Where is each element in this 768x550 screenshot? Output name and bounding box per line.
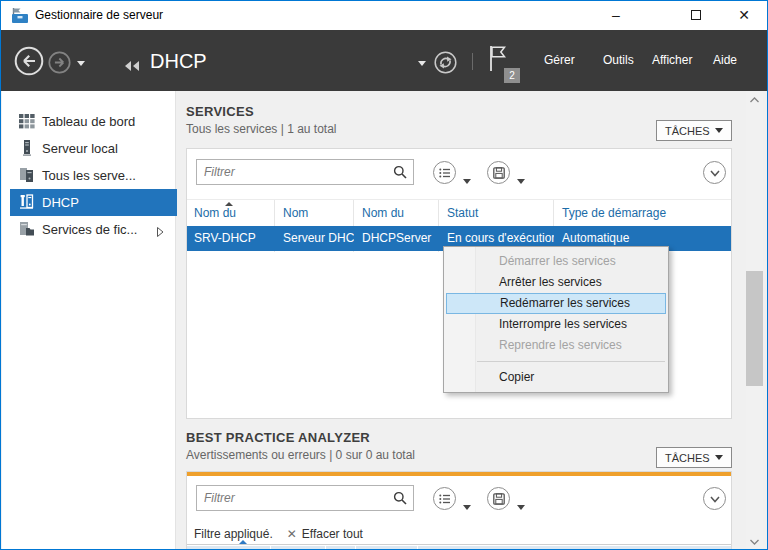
- save-query-button[interactable]: [487, 487, 510, 510]
- sidebar-item-label: Tous les serve...: [42, 168, 136, 183]
- scroll-up-button[interactable]: [746, 91, 763, 108]
- context-menu: Démarrer les services Arrêter les servic…: [443, 246, 669, 393]
- sidebar-item-dashboard[interactable]: Tableau de bord: [2, 108, 176, 135]
- chevron-down-icon: [715, 128, 723, 133]
- menu-item-reprendre: Reprendre les services: [444, 335, 668, 356]
- services-section-subtitle: Tous les services | 1 au total: [186, 122, 337, 136]
- expand-arrow-icon[interactable]: [157, 225, 164, 240]
- filter-applied-label: Filtre appliqué.: [194, 527, 273, 541]
- local-server-icon: [19, 140, 36, 157]
- save-query-button[interactable]: [487, 161, 510, 184]
- file-services-icon: [19, 221, 36, 238]
- tasks-button-label: TÂCHES: [665, 125, 710, 137]
- list-view-button[interactable]: [433, 487, 456, 510]
- scrollbar-thumb[interactable]: [746, 271, 763, 386]
- sidebar-item-label: Serveur local: [42, 141, 118, 156]
- chevron-down-icon: [715, 455, 723, 460]
- chevron-down-icon: [708, 167, 722, 179]
- menu-aide[interactable]: Aide: [713, 30, 737, 91]
- bpa-section-subtitle: Avertissements ou erreurs | 0 sur 0 au t…: [186, 448, 415, 462]
- clear-filter-icon[interactable]: ✕: [287, 527, 297, 541]
- services-table-header: Nom du serveur Nom complet Nom du servic…: [187, 199, 731, 226]
- list-icon: [439, 167, 451, 179]
- server-manager-app-icon: [11, 7, 29, 28]
- bpa-section-title: BEST PRACTICE ANALYZER: [186, 430, 370, 445]
- menu-item-redemarrer[interactable]: Redémarrer les services: [446, 293, 666, 314]
- list-view-dropdown-icon[interactable]: [463, 496, 471, 514]
- scroll-down-button[interactable]: [746, 533, 763, 550]
- chevron-down-icon: [708, 493, 722, 505]
- cell-service-name: DHCPServer: [354, 226, 439, 251]
- sidebar: Tableau de bord Serveur local: [2, 91, 176, 550]
- menu-item-demarrer: Démarrer les services: [444, 251, 668, 272]
- close-button[interactable]: ✕: [723, 1, 765, 30]
- list-view-button[interactable]: [433, 161, 456, 184]
- list-icon: [439, 493, 451, 505]
- menu-afficher[interactable]: Afficher: [652, 30, 692, 91]
- dhcp-tools-icon: [19, 194, 36, 211]
- menu-separator: [477, 361, 665, 362]
- collapse-panel-button[interactable]: [703, 161, 726, 184]
- collapse-panel-button[interactable]: [703, 487, 726, 510]
- save-icon: [493, 167, 505, 179]
- breadcrumb-dropdown-icon[interactable]: [418, 61, 426, 66]
- services-tasks-button[interactable]: TÂCHES: [656, 120, 732, 141]
- sidebar-item-label: Services de fic...: [42, 222, 137, 237]
- menu-item-interrompre[interactable]: Interrompre les services: [444, 314, 668, 335]
- notification-count-badge[interactable]: 2: [504, 68, 520, 83]
- sidebar-item-label: Tableau de bord: [42, 114, 135, 129]
- sidebar-item-file-services[interactable]: Services de fic...: [2, 216, 176, 243]
- save-query-dropdown-icon[interactable]: [517, 496, 525, 514]
- toolbar-separator: [472, 53, 473, 70]
- sort-ascending-icon: [239, 540, 247, 544]
- tasks-button-label: TÂCHES: [665, 452, 710, 464]
- menu-item-arreter[interactable]: Arrêter les services: [444, 272, 668, 293]
- back-button[interactable]: [14, 46, 44, 80]
- clear-all-link[interactable]: Effacer tout: [302, 527, 363, 541]
- filter-applied-status: Filtre appliqué.✕Effacer tout: [194, 527, 363, 541]
- minimize-button[interactable]: –: [595, 1, 637, 30]
- forward-button[interactable]: [48, 51, 71, 78]
- services-section-title: SERVICES: [186, 104, 254, 119]
- sort-ascending-icon: [225, 202, 233, 206]
- breadcrumb[interactable]: DHCP: [150, 50, 207, 73]
- vertical-scrollbar[interactable]: [746, 91, 763, 550]
- cell-full-name: Serveur DHCP: [275, 226, 354, 251]
- bpa-tasks-button[interactable]: TÂCHES: [656, 447, 732, 468]
- bpa-panel: Filtre appliqué.✕Effacer tout: [186, 471, 732, 550]
- history-dropdown-icon[interactable]: [77, 61, 85, 66]
- warning-bar: [187, 472, 731, 476]
- maximize-button[interactable]: [675, 1, 717, 30]
- bpa-filter-input[interactable]: [196, 485, 414, 511]
- sidebar-item-all-servers[interactable]: Tous les serve...: [2, 162, 176, 189]
- services-filter-input[interactable]: [196, 159, 414, 185]
- bpa-table-header-clipped: [187, 544, 731, 550]
- dashboard-grid-icon: [19, 113, 36, 130]
- menu-item-copier[interactable]: Copier: [444, 367, 668, 388]
- title-bar: Gestionnaire de serveur – ✕: [1, 1, 767, 30]
- navigation-bar: DHCP 2 Gérer Outils Afficher Aide: [1, 30, 767, 91]
- server-manager-window: Gestionnaire de serveur – ✕ DHCP: [0, 0, 768, 550]
- cell-server-name: SRV-DHCP: [187, 226, 275, 251]
- maximize-icon: [691, 10, 701, 20]
- sidebar-item-local-server[interactable]: Serveur local: [2, 135, 176, 162]
- save-query-dropdown-icon[interactable]: [517, 170, 525, 188]
- menu-outils[interactable]: Outils: [603, 30, 634, 91]
- menu-gerer[interactable]: Gérer: [544, 30, 575, 91]
- refresh-button[interactable]: [434, 51, 457, 78]
- save-icon: [493, 493, 505, 505]
- breadcrumb-collapse-icon[interactable]: [125, 57, 141, 75]
- list-view-dropdown-icon[interactable]: [463, 170, 471, 188]
- sidebar-item-dhcp[interactable]: DHCP: [10, 189, 177, 216]
- window-title: Gestionnaire de serveur: [35, 1, 163, 30]
- all-servers-icon: [19, 167, 36, 184]
- sidebar-item-label: DHCP: [42, 195, 79, 210]
